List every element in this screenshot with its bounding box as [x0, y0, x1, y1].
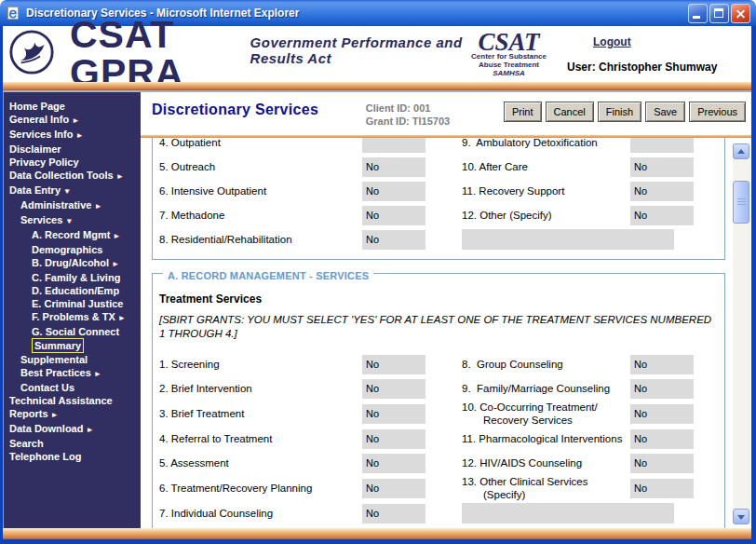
- row-label: 13. Other Clinical Services (Specify): [462, 475, 630, 501]
- sidebar-item-d-education-emp[interactable]: D. Education/Emp: [4, 284, 141, 297]
- response-field[interactable]: No: [630, 479, 694, 498]
- response-field[interactable]: No: [362, 429, 425, 449]
- save-button[interactable]: Save: [645, 102, 685, 122]
- scroll-up-button[interactable]: [733, 143, 749, 159]
- response-field[interactable]: No: [630, 206, 694, 225]
- row-label: 11. Recovery Support: [462, 184, 630, 197]
- cancel-button[interactable]: Cancel: [546, 102, 594, 122]
- sidebar-item-label: C. Family & Living: [32, 272, 120, 283]
- scrollbar-thumb[interactable]: [733, 181, 749, 224]
- chevron-down-icon: ▼: [63, 187, 71, 196]
- print-button[interactable]: Print: [504, 102, 542, 122]
- response-field[interactable]: No: [362, 206, 425, 225]
- sidebar-nav: Home PageGeneral Info►Services Info►Disc…: [3, 92, 141, 528]
- sidebar-item-general-info[interactable]: General Info►: [4, 113, 141, 128]
- vertical-scrollbar[interactable]: [733, 143, 750, 524]
- sidebar-item-demographics[interactable]: Demographics: [4, 243, 141, 256]
- response-field[interactable]: No: [630, 429, 694, 449]
- sidebar-item-c-family-living[interactable]: C. Family & Living: [4, 271, 141, 284]
- row-label: 9. Ambulatory Detoxification: [462, 138, 630, 149]
- sidebar-item-summary[interactable]: Summary: [4, 338, 141, 353]
- sidebar-item-label: Best Practices: [20, 367, 91, 378]
- sidebar-item-reports[interactable]: Reports►: [4, 407, 141, 422]
- row-label: 6. Intensive Outpatient: [159, 184, 362, 197]
- response-field[interactable]: No: [362, 182, 425, 201]
- sidebar-item-label: Data Entry: [9, 184, 61, 196]
- sidebar-item-label: D. Education/Emp: [32, 285, 119, 296]
- chevron-up-icon: [737, 149, 745, 154]
- sidebar-item-label: Contact Us: [20, 382, 74, 393]
- response-field[interactable]: No: [362, 504, 425, 524]
- finish-button[interactable]: Finish: [598, 102, 641, 122]
- sidebar-item-data-entry[interactable]: Data Entry▼: [4, 184, 141, 198]
- sidebar-item-data-download[interactable]: Data Download►: [4, 422, 141, 437]
- response-field[interactable]: No: [630, 355, 694, 374]
- row-label: 1. Screening: [159, 358, 362, 371]
- response-field[interactable]: No: [630, 157, 694, 177]
- form-row: 4. Outpatient9. Ambulatory Detoxificatio…: [159, 138, 724, 155]
- ie-page-icon: [6, 6, 20, 20]
- sidebar-item-best-practices[interactable]: Best Practices►: [4, 366, 141, 381]
- sidebar-item-label: Services Info: [9, 129, 73, 140]
- browser-window: Discretionary Services - Microsoft Inter…: [0, 0, 756, 544]
- minimize-button[interactable]: [688, 4, 708, 23]
- form-row: 4. Referral to TreatmentNo11. Pharmacolo…: [159, 427, 724, 451]
- page-title: Discretionary Services: [152, 102, 366, 118]
- response-field[interactable]: [630, 138, 694, 153]
- specify-text-field[interactable]: [462, 503, 674, 524]
- sidebar-item-home-page[interactable]: Home Page: [4, 100, 141, 113]
- response-field[interactable]: No: [630, 182, 694, 201]
- sidebar-item-telephone-log[interactable]: Telephone Log: [4, 450, 141, 463]
- sidebar-item-a-record-mgmt[interactable]: A. Record Mgmt►: [4, 228, 141, 243]
- row-label: 8. Residential/Rehabilitation: [159, 233, 362, 246]
- response-field[interactable]: No: [630, 404, 694, 424]
- sidebar-item-services[interactable]: Services▼: [4, 213, 141, 228]
- response-field[interactable]: No: [362, 157, 425, 177]
- sidebar-item-privacy-policy[interactable]: Privacy Policy: [4, 156, 141, 169]
- sidebar-item-technical-assistance[interactable]: Technical Assistance: [4, 394, 141, 407]
- close-button[interactable]: [731, 4, 750, 23]
- response-field[interactable]: [362, 138, 425, 153]
- sidebar-item-search[interactable]: Search: [4, 437, 141, 450]
- chevron-right-icon: ►: [118, 314, 126, 322]
- sidebar-item-e-criminal-justice[interactable]: E. Criminal Justice: [4, 297, 141, 310]
- response-field[interactable]: No: [362, 454, 425, 473]
- logout-link[interactable]: Logout: [593, 35, 742, 48]
- row-label: 4. Referral to Treatment: [159, 432, 362, 445]
- sidebar-item-disclaimer[interactable]: Disclaimer: [4, 143, 141, 156]
- banner-divider: [3, 82, 751, 92]
- sidebar-item-label: A. Record Mgmt: [32, 229, 110, 240]
- sidebar-item-data-collection-tools[interactable]: Data Collection Tools►: [4, 169, 141, 184]
- sidebar-item-label: Privacy Policy: [9, 156, 79, 168]
- response-field[interactable]: No: [362, 404, 425, 424]
- sidebar-item-g-social-connect[interactable]: G. Social Connect: [4, 325, 141, 338]
- logged-in-user: User: Christopher Shumway: [567, 61, 717, 74]
- previous-button[interactable]: Previous: [689, 102, 746, 122]
- specify-text-field[interactable]: [462, 229, 674, 250]
- response-field[interactable]: No: [362, 379, 425, 399]
- csat-logo: CSAT Center for Substance Abuse Treatmen…: [471, 31, 547, 78]
- sidebar-item-contact-us[interactable]: Contact Us: [4, 381, 141, 394]
- response-field[interactable]: No: [362, 230, 425, 250]
- response-field[interactable]: No: [630, 379, 694, 399]
- form-row: 3. Brief TreatmentNo10. Co-Occurring Tre…: [159, 401, 724, 427]
- response-field[interactable]: No: [362, 479, 425, 498]
- chevron-down-icon: [737, 515, 745, 520]
- maximize-button[interactable]: [709, 4, 729, 23]
- form-row: 8. Residential/RehabilitationNo: [159, 227, 724, 252]
- sidebar-item-services-info[interactable]: Services Info►: [4, 128, 141, 143]
- sidebar-item-f-problems-tx[interactable]: F. Problems & TX►: [4, 310, 141, 325]
- services-section-top: 4. Outpatient9. Ambulatory Detoxificatio…: [152, 138, 725, 260]
- sidebar-item-label: Search: [9, 438, 44, 449]
- page-header: Discretionary Services Client ID: 001 Gr…: [141, 92, 751, 135]
- app-banner: CSAT GPRA Government Performance and Res…: [3, 26, 751, 82]
- response-field[interactable]: No: [630, 454, 694, 473]
- sidebar-item-label: General Info: [9, 114, 69, 125]
- sidebar-item-administrative[interactable]: Administrative►: [4, 198, 141, 213]
- response-field[interactable]: No: [362, 355, 425, 374]
- sidebar-item-b-drug-alcohol[interactable]: B. Drug/Alcohol►: [4, 256, 141, 271]
- row-label: 9. Family/Marriage Counseling: [462, 382, 630, 395]
- sidebar-item-supplemental[interactable]: Supplemental: [4, 353, 141, 366]
- scroll-down-button[interactable]: [733, 509, 749, 524]
- chevron-right-icon: ►: [72, 116, 79, 125]
